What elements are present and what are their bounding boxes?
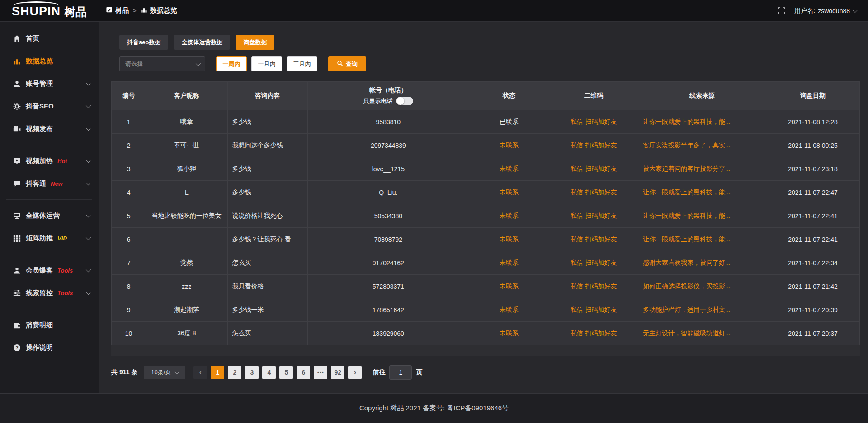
sidebar-item-douketong[interactable]: 抖客通 New (0, 172, 99, 195)
scan-add-friend-link[interactable]: 扫码加好友 (585, 235, 617, 243)
private-message-link[interactable]: 私信 (571, 141, 583, 149)
sidebar-item-member-baoke[interactable]: 会员爆客 Tools (0, 259, 99, 282)
page-button-4[interactable]: 4 (262, 366, 276, 379)
scan-add-friend-link[interactable]: 扫码加好友 (585, 329, 617, 337)
phone-only-label: 只显示电话 (363, 97, 393, 105)
sidebar-item-home[interactable]: 首页 (0, 27, 99, 50)
private-message-link[interactable]: 私信 (571, 259, 583, 266)
page-button-2[interactable]: 2 (228, 366, 241, 379)
private-message-link[interactable]: 私信 (571, 212, 583, 219)
private-message-link[interactable]: 私信 (571, 165, 583, 172)
sidebar-item-douyin-seo[interactable]: 抖音SEO (0, 95, 99, 118)
chat-bubble-icon (13, 179, 21, 188)
sidebar-item-consumption-detail[interactable]: 消费明细 (0, 314, 99, 336)
scan-add-friend-link[interactable]: 扫码加好友 (585, 165, 617, 172)
goto-page-input[interactable] (389, 365, 412, 380)
page-size-value: 10条/页 (151, 368, 171, 376)
goto-label: 前往 (373, 368, 385, 376)
scan-add-friend-link[interactable]: 扫码加好友 (585, 118, 617, 125)
sidebar-item-label: 线索监控 (26, 289, 53, 297)
col-header-number: 编号 (112, 82, 146, 110)
source-link[interactable]: 多功能护栏灯，适用于乡村文... (643, 306, 731, 313)
goto-unit: 页 (416, 368, 422, 376)
scan-add-friend-link[interactable]: 扫码加好友 (585, 188, 617, 196)
sidebar-item-clue-monitor[interactable]: 线索监控 Tools (0, 282, 99, 304)
sidebar-item-omnimedia-operation[interactable]: 全媒体运营 (0, 204, 99, 227)
cell-date: 2021-11-07 22:34 (766, 251, 860, 275)
status-badge: 未联系 (469, 181, 549, 204)
cell-account: 178651642 (307, 298, 469, 322)
source-link[interactable]: 让你一眼就爱上的黑科技，能... (643, 212, 731, 219)
sidebar-item-account-management[interactable]: 账号管理 (0, 72, 99, 95)
cell-nickname: 不可一世 (146, 134, 227, 157)
private-message-link[interactable]: 私信 (571, 235, 583, 243)
source-link[interactable]: 让你一眼就爱上的黑科技，能... (643, 188, 731, 196)
scan-add-friend-link[interactable]: 扫码加好友 (585, 141, 617, 149)
sidebar-item-label: 视频加热 (26, 157, 53, 165)
page-button-3[interactable]: 3 (245, 366, 259, 379)
range-one-week-button[interactable]: 一周内 (216, 56, 247, 71)
page-button-6[interactable]: 6 (297, 366, 310, 379)
prev-page-button[interactable]: ‹ (193, 366, 207, 379)
source-link[interactable]: 让你一眼就爱上的黑科技，能... (643, 118, 731, 125)
brand-square-icon (106, 6, 113, 15)
sidebar-item-matrix-boost[interactable]: 矩阵助推 VIP (0, 227, 99, 249)
page-button-92[interactable]: 92 (331, 366, 344, 379)
scan-add-friend-link[interactable]: 扫码加好友 (585, 306, 617, 313)
chevron-down-icon (86, 103, 91, 108)
page-button-5[interactable]: 5 (279, 366, 293, 379)
cell-source: 客厅安装投影半年多了，真实... (638, 134, 766, 157)
phone-only-toggle[interactable] (396, 97, 413, 105)
table-header-row: 编号 客户昵称 咨询内容 帐号（电话） 只显示电话 (112, 82, 860, 110)
range-three-month-button[interactable]: 三月内 (287, 56, 317, 71)
source-link[interactable]: 客厅安装投影半年多了，真实... (643, 141, 731, 149)
account-select[interactable]: 请选择 (119, 56, 205, 71)
sidebar-divider (6, 199, 92, 200)
tab-inquiry-data[interactable]: 询盘数据 (236, 35, 274, 50)
breadcrumb-home[interactable]: 树品 (106, 6, 129, 15)
cell-nickname: 潮起潮落 (146, 298, 227, 322)
private-message-link[interactable]: 私信 (571, 188, 583, 196)
page-size-select[interactable]: 10条/页 (144, 366, 185, 379)
scan-add-friend-link[interactable]: 扫码加好友 (585, 259, 617, 266)
range-one-month-button[interactable]: 一月内 (251, 56, 282, 71)
cell-number: 3 (112, 157, 146, 181)
sidebar-item-video-publish[interactable]: 视频发布 (0, 118, 99, 140)
sidebar-item-operation-guide[interactable]: ? 操作说明 (0, 336, 99, 359)
sidebar-item-label: 操作说明 (26, 343, 53, 352)
sidebar-item-data-overview[interactable]: 数据总览 (0, 50, 99, 72)
private-message-link[interactable]: 私信 (571, 118, 583, 125)
source-link[interactable]: 感谢大家喜欢我家，被问了好... (643, 259, 731, 266)
breadcrumb-current[interactable]: 数据总览 (141, 6, 177, 15)
source-link[interactable]: 无主灯设计，智能磁吸轨道灯... (643, 329, 731, 337)
hot-badge: Hot (57, 158, 67, 164)
user-menu[interactable]: 用户名: zswodun88 (794, 7, 856, 15)
chevron-down-icon (175, 369, 179, 374)
fullscreen-icon[interactable] (778, 7, 785, 14)
cell-source: 让你一眼就爱上的黑科技，能... (638, 181, 766, 204)
col-header-nickname: 客户昵称 (146, 82, 227, 110)
page-button-1[interactable]: 1 (211, 366, 224, 379)
new-badge: New (51, 180, 63, 187)
scan-add-friend-link[interactable]: 扫码加好友 (585, 282, 617, 290)
tab-douyin-seo-data[interactable]: 抖音seo数据 (119, 35, 168, 50)
vip-badge: VIP (57, 235, 67, 242)
col-header-qrcode: 二维码 (549, 82, 638, 110)
status-badge: 未联系 (469, 251, 549, 275)
source-link[interactable]: 如何正确选择投影仪，买投影... (643, 282, 731, 290)
source-link[interactable]: 被大家追着问的客厅投影分享... (643, 165, 731, 172)
status-badge: 未联系 (469, 298, 549, 322)
cell-date: 2021-11-08 12:28 (766, 110, 860, 134)
source-link[interactable]: 让你一眼就爱上的黑科技，能... (643, 235, 731, 243)
next-page-button[interactable]: › (348, 366, 362, 379)
sidebar-item-video-heating[interactable]: 视频加热 Hot (0, 150, 99, 172)
search-button[interactable]: 查询 (328, 56, 366, 71)
more-pages-button[interactable]: ••• (314, 366, 327, 379)
private-message-link[interactable]: 私信 (571, 329, 583, 337)
cell-date: 2021-11-07 22:41 (766, 228, 860, 251)
scan-add-friend-link[interactable]: 扫码加好友 (585, 212, 617, 219)
private-message-link[interactable]: 私信 (571, 282, 583, 290)
breadcrumb: 树品 > 数据总览 (106, 6, 177, 15)
private-message-link[interactable]: 私信 (571, 306, 583, 313)
tab-omnimedia-data[interactable]: 全媒体运营数据 (174, 35, 230, 50)
